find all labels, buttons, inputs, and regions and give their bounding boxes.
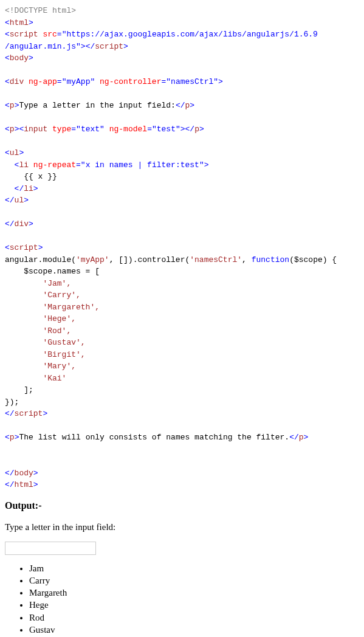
lt: < <box>5 125 10 134</box>
gt: > <box>199 125 204 134</box>
lt: < <box>5 433 10 442</box>
eq: = <box>57 77 62 86</box>
lt-slash: </ <box>86 42 95 51</box>
gt: > <box>43 409 47 418</box>
js-mid1: , []).controller( <box>109 255 190 264</box>
gt: > <box>29 219 33 229</box>
js-close-arr: ]; <box>5 385 33 394</box>
tag-script: script <box>10 30 38 39</box>
lt: < <box>5 77 10 86</box>
tag-input: input <box>24 125 47 134</box>
js-name-5: 'Gustav', <box>5 338 86 347</box>
js-name-6: 'Birgit', <box>5 350 86 359</box>
gt: > <box>33 480 38 489</box>
js-tail: ($scope) { <box>289 255 337 264</box>
type-val: "text" <box>76 125 105 134</box>
attr-type: type <box>47 125 71 134</box>
js-name-1: 'Carry', <box>5 291 81 300</box>
list-item: Margareth <box>29 587 359 599</box>
tag-div-close: div <box>15 219 29 229</box>
p1-text: Type a letter in the input field: <box>19 101 175 110</box>
js-line1-a: angular.module( <box>5 255 76 264</box>
tag-ul-close: ul <box>15 196 24 205</box>
lt-slash: </ <box>5 469 15 478</box>
list-item: Hege <box>29 599 359 611</box>
names-list: Jam Carry Margareth Hege Rod Gustav Birg… <box>5 562 359 638</box>
gt: > <box>24 196 29 205</box>
tag-script-close: script <box>15 409 43 418</box>
lt-slash: </ <box>185 125 195 134</box>
lt: < <box>5 148 10 157</box>
filter-input[interactable] <box>5 542 96 555</box>
output-prompt: Type a letter in the input field: <box>5 520 359 534</box>
attr-src: src <box>38 30 57 39</box>
js-str1: 'myApp' <box>76 255 109 264</box>
js-name-8: 'Kai' <box>5 374 66 383</box>
gt: > <box>304 433 309 442</box>
gt: > <box>123 42 128 51</box>
lt-slash: </ <box>5 219 15 229</box>
eq: = <box>57 30 62 39</box>
tag-ul: ul <box>10 148 19 157</box>
ng-ctrl-val: "namesCtrl" <box>166 77 218 86</box>
code-block: <!DOCTYPE html> <html> <script src="http… <box>5 5 359 491</box>
gt: > <box>38 243 43 252</box>
lt: < <box>5 30 10 39</box>
lt-slash: </ <box>176 101 185 110</box>
tag-html: html <box>10 18 29 27</box>
lt: < <box>5 101 10 110</box>
js-mid2: , <box>242 255 252 264</box>
tag-p: p <box>10 125 15 134</box>
gt: > <box>180 125 185 134</box>
list-item: Carry <box>29 574 359 587</box>
attr-ng-repeat: ng-repeat <box>29 160 76 170</box>
lt-slash: </ <box>5 409 15 418</box>
indent <box>5 160 15 170</box>
attr-ng-model: ng-model <box>105 125 147 134</box>
tag-li: li <box>19 160 29 170</box>
js-line2: $scope.names = [ <box>5 267 100 276</box>
tag-p: p <box>10 433 15 442</box>
lt: < <box>5 18 10 27</box>
attr-ng-controller: ng-controller <box>95 77 161 86</box>
js-name-4: 'Rod', <box>5 326 71 336</box>
ng-app-val: "myApp" <box>62 77 95 86</box>
lt: < <box>5 53 10 63</box>
gt: > <box>33 184 38 193</box>
eq: = <box>76 160 81 170</box>
lt-slash: </ <box>5 480 15 489</box>
js-name-7: 'Mary', <box>5 362 76 371</box>
list-item: Rod <box>29 611 359 624</box>
doctype-close: > <box>71 6 76 15</box>
gt: > <box>81 42 86 51</box>
p2-text: The list will only consists of names mat… <box>19 433 289 442</box>
doctype-open: <! <box>5 6 15 15</box>
js-str2: 'namesCtrl' <box>190 255 242 264</box>
gt: > <box>19 148 24 157</box>
tag-li-close: li <box>24 184 33 193</box>
lt-slash: </ <box>289 433 299 442</box>
gt: > <box>29 53 33 63</box>
attr-ng-app: ng-app <box>24 77 57 86</box>
lt-slash: </ <box>15 184 24 193</box>
tag-script-close: script <box>95 42 123 51</box>
eq: = <box>147 125 152 134</box>
gt: > <box>218 77 223 86</box>
list-item: Jam <box>29 562 359 574</box>
js-name-3: 'Hege', <box>5 314 76 323</box>
tag-body-close: body <box>15 469 33 478</box>
lt: < <box>5 243 10 252</box>
list-item: Gustav <box>29 624 359 636</box>
tag-div: div <box>10 77 24 86</box>
js-close-fn: }); <box>5 398 19 407</box>
js-function: function <box>252 255 289 264</box>
lt-slash: </ <box>5 196 15 205</box>
li-body: {{ x }} <box>5 172 57 181</box>
js-name-2: 'Margareth', <box>5 303 100 312</box>
gt: > <box>190 101 194 110</box>
indent <box>5 184 15 193</box>
tag-script: script <box>10 243 38 252</box>
tag-html-close: html <box>15 480 33 489</box>
ng-repeat-val: "x in names | filter:test" <box>81 160 204 170</box>
gt: > <box>29 18 33 27</box>
